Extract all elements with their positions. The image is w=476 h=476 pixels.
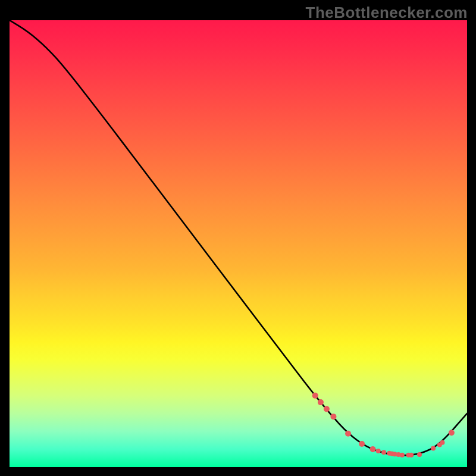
data-marker bbox=[370, 446, 376, 452]
data-marker bbox=[449, 430, 455, 436]
data-marker bbox=[400, 453, 405, 458]
data-marker bbox=[376, 449, 381, 453]
data-marker bbox=[417, 452, 422, 457]
data-marker bbox=[318, 399, 324, 405]
data-marker bbox=[312, 393, 318, 399]
data-markers bbox=[312, 393, 455, 458]
data-marker bbox=[330, 414, 336, 419]
data-marker bbox=[345, 431, 351, 437]
chart-container: TheBottlenecker.com bbox=[0, 0, 476, 476]
watermark-text: TheBottlenecker.com bbox=[306, 4, 468, 22]
bottleneck-curve bbox=[10, 20, 467, 455]
data-marker bbox=[324, 406, 330, 412]
data-marker bbox=[431, 446, 436, 450]
chart-svg bbox=[10, 20, 467, 467]
data-marker bbox=[359, 441, 365, 447]
plot-area bbox=[10, 20, 467, 467]
data-marker bbox=[409, 453, 414, 458]
data-marker bbox=[440, 440, 444, 445]
data-marker bbox=[381, 450, 386, 455]
